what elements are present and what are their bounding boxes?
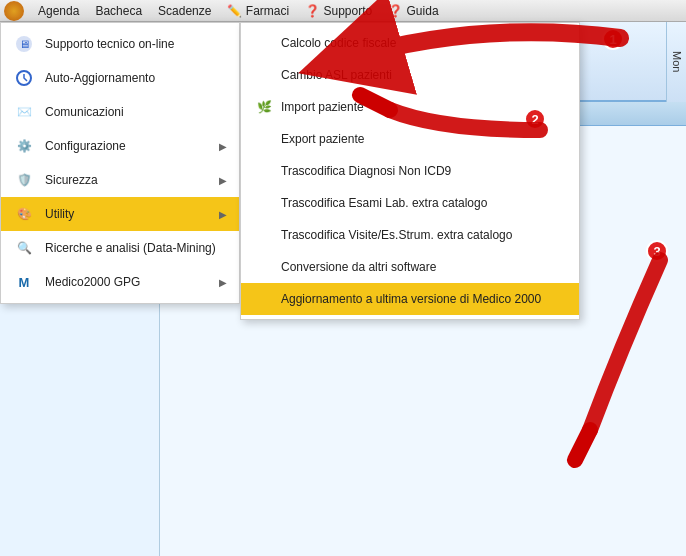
aggiornamento-icon: [13, 67, 35, 89]
item-icon: [255, 130, 273, 148]
menu-farmaci[interactable]: ✏️ Farmaci: [219, 2, 297, 20]
item-icon: [255, 226, 273, 244]
submenu-cambio-asl[interactable]: Cambio ASL pazienti: [241, 59, 579, 91]
badge-3: 3: [646, 240, 668, 262]
menu-agenda[interactable]: Agenda: [30, 2, 87, 20]
badge-2: 2: [524, 108, 546, 130]
submenu-arrow-utility: ▶: [219, 209, 227, 220]
item-icon: [255, 34, 273, 52]
medico-icon: M: [13, 271, 35, 293]
item-icon: [255, 194, 273, 212]
menu-scadenze[interactable]: Scadenze: [150, 2, 219, 20]
submenu-trascodifica-icd9[interactable]: Trascodifica Diagnosi Non ICD9: [241, 155, 579, 187]
menu-ricerche[interactable]: 🔍 Ricerche e analisi (Data-Mining): [1, 231, 239, 265]
supporto-icon: 🖥: [13, 33, 35, 55]
menu-bar: Agenda Bacheca Scadenze ✏️ Farmaci ❓ Sup…: [0, 0, 686, 22]
utility-submenu: Calcolo codice fiscale Cambio ASL pazien…: [240, 22, 580, 320]
menu-utility[interactable]: 🎨 Utility ▶: [1, 197, 239, 231]
submenu-trascodifica-esami[interactable]: Trascodifica Esami Lab. extra catalogo: [241, 187, 579, 219]
item-icon: [255, 258, 273, 276]
utility-icon: 🎨: [13, 203, 35, 225]
sicurezza-icon: 🛡️: [13, 169, 35, 191]
submenu-arrow: ▶: [219, 175, 227, 186]
app-logo: [4, 1, 24, 21]
item-icon: [255, 66, 273, 84]
item-icon: [255, 290, 273, 308]
submenu-arrow: ▶: [219, 141, 227, 152]
item-icon: [255, 162, 273, 180]
submenu-aggiornamento-versione[interactable]: Aggiornamento a ultima versione di Medic…: [241, 283, 579, 315]
comunicazioni-icon: ✉️: [13, 101, 35, 123]
submenu-trascodifica-visite[interactable]: Trascodifica Visite/Es.Strum. extra cata…: [241, 219, 579, 251]
submenu-codice-fiscale[interactable]: Calcolo codice fiscale: [241, 27, 579, 59]
mon-button[interactable]: Mon: [666, 22, 686, 102]
menu-auto-aggiornamento[interactable]: Auto-Aggiornamento: [1, 61, 239, 95]
menu-configurazione[interactable]: ⚙️ Configurazione ▶: [1, 129, 239, 163]
submenu-conversione[interactable]: Conversione da altri software: [241, 251, 579, 283]
menu-comunicazioni[interactable]: ✉️ Comunicazioni: [1, 95, 239, 129]
configurazione-icon: ⚙️: [13, 135, 35, 157]
main-menu: 🖥 Supporto tecnico on-line Auto-Aggiorna…: [0, 22, 240, 304]
menu-sicurezza[interactable]: 🛡️ Sicurezza ▶: [1, 163, 239, 197]
menu-supporto[interactable]: ❓ Supporto: [297, 2, 380, 20]
menu-medico[interactable]: M Medico2000 GPG ▶: [1, 265, 239, 299]
submenu-arrow: ▶: [219, 277, 227, 288]
ricerche-icon: 🔍: [13, 237, 35, 259]
svg-text:🖥: 🖥: [19, 38, 30, 50]
menu-guida[interactable]: ❓ Guida: [380, 2, 446, 20]
menu-supporto-tecnico[interactable]: 🖥 Supporto tecnico on-line: [1, 27, 239, 61]
item-icon: 🌿: [255, 98, 273, 116]
menu-bacheca[interactable]: Bacheca: [87, 2, 150, 20]
badge-1: 1: [602, 28, 624, 50]
